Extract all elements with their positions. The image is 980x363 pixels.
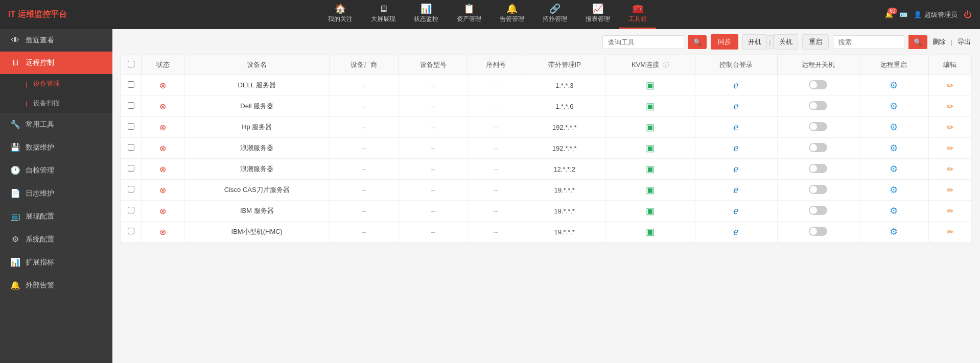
nav-report-mgmt[interactable]: 📈 报表管理 <box>576 0 619 29</box>
console-login-icon[interactable]: ℯ <box>733 227 739 237</box>
console-login-icon[interactable]: ℯ <box>733 101 739 111</box>
sidebar-item-remote-control[interactable]: 🖥 远程控制 <box>0 52 112 74</box>
restart-button[interactable]: 重启 <box>802 34 829 50</box>
remote-power-toggle[interactable] <box>809 143 827 152</box>
sidebar-item-log-maintain[interactable]: 📄 日志维护 <box>0 182 112 205</box>
edit-icon[interactable]: ✏ <box>947 165 953 174</box>
row-serial: -- <box>468 96 524 117</box>
row-checkbox[interactable] <box>128 144 134 151</box>
remote-power-toggle[interactable] <box>809 227 827 236</box>
edit-icon[interactable]: ✏ <box>947 81 953 90</box>
report-icon: 📈 <box>592 4 603 13</box>
row-serial: -- <box>468 180 524 201</box>
console-login-icon[interactable]: ℯ <box>733 143 739 153</box>
sidebar-item-display-config[interactable]: 📺 展现配置 <box>0 205 112 228</box>
sidebar-display-config-label: 展现配置 <box>26 212 54 221</box>
kvm-connected-icon[interactable]: ▣ <box>646 122 655 132</box>
alert-icon: 🔔 <box>10 280 20 290</box>
nav-asset-mgmt[interactable]: 📋 资产管理 <box>448 0 491 29</box>
nav-topology-mgmt[interactable]: 🔗 拓扑管理 <box>533 0 576 29</box>
console-login-icon[interactable]: ℯ <box>733 164 739 174</box>
row-remote-power <box>777 138 859 159</box>
console-login-icon[interactable]: ℯ <box>733 206 739 216</box>
select-all-checkbox[interactable] <box>128 61 134 67</box>
console-login-icon[interactable]: ℯ <box>733 122 739 132</box>
sidebar-item-external-alert[interactable]: 🔔 外部告警 <box>0 274 112 297</box>
remote-restart-icon[interactable]: ⚙ <box>890 101 898 111</box>
kvm-connected-icon[interactable]: ▣ <box>646 80 655 90</box>
sidebar-item-extend-index[interactable]: 📊 扩展指标 <box>0 251 112 274</box>
sidebar-item-self-check[interactable]: 🕐 自检管理 <box>0 159 112 182</box>
delete-button[interactable]: 删除 <box>931 35 947 49</box>
power-off-button[interactable]: 关机 <box>774 34 798 50</box>
sidebar-item-recent-view[interactable]: 👁 最近查看 <box>0 29 112 52</box>
status-error-icon: ⊗ <box>159 102 166 111</box>
power-button[interactable]: ⏻ <box>964 10 972 19</box>
console-login-icon[interactable]: ℯ <box>733 185 739 195</box>
clipboard-icon: 📋 <box>463 4 475 13</box>
edit-icon[interactable]: ✏ <box>947 228 953 236</box>
remote-restart-icon[interactable]: ⚙ <box>890 206 898 216</box>
search-tool-input[interactable] <box>602 35 684 49</box>
kvm-connected-icon[interactable]: ▣ <box>646 164 655 174</box>
sidebar-sub-device-scan[interactable]: 设备扫描 <box>20 93 112 113</box>
nav-alert-mgmt[interactable]: 🔔 告管管理 <box>491 0 533 29</box>
table-row: ⊗ IBM 服务器 -- -- -- 19.*.*.* ▣ ℯ ⚙ ✏ <box>121 201 972 222</box>
edit-icon[interactable]: ✏ <box>947 207 953 215</box>
remote-power-toggle[interactable] <box>809 185 827 194</box>
remote-restart-icon[interactable]: ⚙ <box>890 164 898 174</box>
sidebar-sub-device-mgmt[interactable]: 设备管理 <box>20 74 112 93</box>
remote-restart-icon[interactable]: ⚙ <box>890 143 898 153</box>
status-error-icon: ⊗ <box>159 228 166 236</box>
row-vendor: -- <box>330 75 399 96</box>
remote-power-toggle[interactable] <box>809 80 827 89</box>
database-icon: 💾 <box>10 142 20 152</box>
nav-status-monitor[interactable]: 📊 状态监控 <box>405 0 448 29</box>
remote-power-toggle[interactable] <box>809 206 827 215</box>
kvm-connected-icon[interactable]: ▣ <box>646 143 655 153</box>
row-checkbox[interactable] <box>128 228 134 234</box>
nav-big-screen[interactable]: 🖥 大屏展现 <box>362 0 405 29</box>
search-input[interactable] <box>833 35 904 49</box>
username-label: 超级管理员 <box>924 10 958 19</box>
row-serial: -- <box>468 75 524 96</box>
kvm-connected-icon[interactable]: ▣ <box>646 227 655 237</box>
power-on-button[interactable]: 开机 <box>742 34 766 50</box>
row-remote-power <box>777 222 859 243</box>
export-button[interactable]: 导出 <box>956 35 972 49</box>
sidebar-external-alert-label: 外部告警 <box>26 281 54 290</box>
nav-my-focus[interactable]: 🏠 我的关注 <box>319 0 362 29</box>
sidebar-item-data-maintain[interactable]: 💾 数据维护 <box>0 136 112 159</box>
console-login-icon[interactable]: ℯ <box>733 80 739 90</box>
row-checkbox[interactable] <box>128 81 134 88</box>
row-checkbox[interactable] <box>128 123 134 130</box>
remote-restart-icon[interactable]: ⚙ <box>890 227 898 237</box>
remote-power-toggle[interactable] <box>809 164 827 173</box>
kvm-connected-icon[interactable]: ▣ <box>646 185 655 195</box>
edit-icon[interactable]: ✏ <box>947 123 953 132</box>
row-checkbox[interactable] <box>128 165 134 172</box>
search-button[interactable]: 🔍 <box>908 35 927 49</box>
kvm-info-icon[interactable]: ⓘ <box>663 61 669 68</box>
row-checkbox[interactable] <box>128 207 134 213</box>
remote-restart-icon[interactable]: ⚙ <box>890 80 898 90</box>
remote-restart-icon[interactable]: ⚙ <box>890 185 898 195</box>
notification-badge[interactable]: 🔔 60 <box>885 11 893 18</box>
row-model: -- <box>399 96 468 117</box>
row-checkbox[interactable] <box>128 102 134 109</box>
remote-power-toggle[interactable] <box>809 101 827 110</box>
remote-restart-icon[interactable]: ⚙ <box>890 122 898 132</box>
edit-icon[interactable]: ✏ <box>947 102 953 111</box>
nav-toolbox[interactable]: 🧰 工具箱 <box>619 0 656 29</box>
edit-icon[interactable]: ✏ <box>947 186 953 195</box>
row-checkbox[interactable] <box>128 186 134 192</box>
sidebar-item-common-tools[interactable]: 🔧 常用工具 <box>0 113 112 136</box>
sidebar-item-sys-config[interactable]: ⚙ 系统配置 <box>0 228 112 251</box>
user-info[interactable]: 👤 超级管理员 <box>914 10 958 19</box>
sync-button[interactable]: 同步 <box>711 34 738 50</box>
remote-power-toggle[interactable] <box>809 122 827 131</box>
kvm-connected-icon[interactable]: ▣ <box>646 206 655 216</box>
edit-icon[interactable]: ✏ <box>947 144 953 153</box>
search-tool-button[interactable]: 🔍 <box>688 35 707 49</box>
kvm-connected-icon[interactable]: ▣ <box>646 101 655 111</box>
